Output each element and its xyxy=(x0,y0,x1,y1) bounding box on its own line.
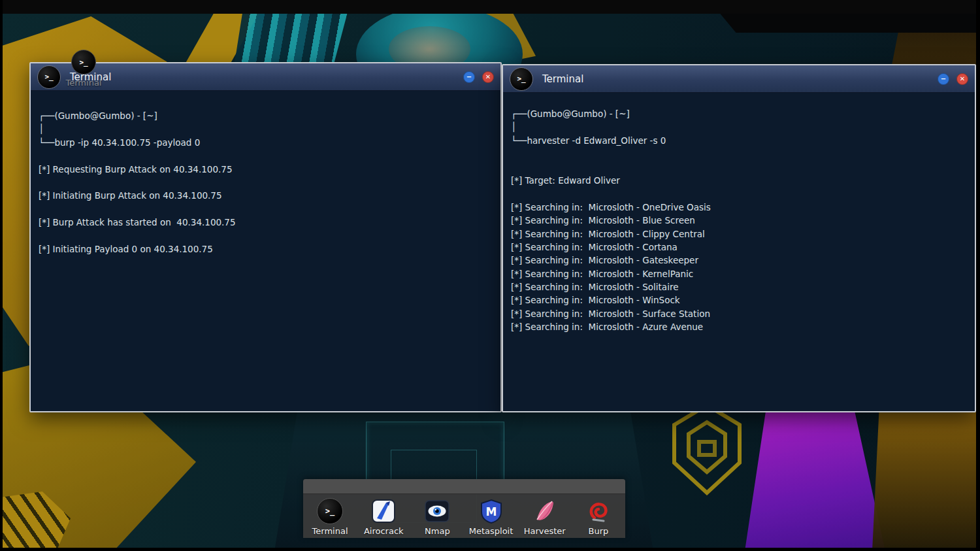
terminal-line: ┌──(Gumbo@Gumbo) - [~] xyxy=(39,109,493,122)
terminal-output[interactable]: ┌──(Gumbo@Gumbo) - [~]│└──burp -ip 40.34… xyxy=(31,91,500,429)
dock-item-label: Harvester xyxy=(524,526,566,536)
terminal-line: └──harvester -d Edward_Oliver -s 0 xyxy=(511,134,967,147)
dock-item-metasploit[interactable]: M Metasploit xyxy=(466,498,516,536)
terminal-icon: >_ xyxy=(37,65,61,89)
terminal-output[interactable]: ┌──(Gumbo@Gumbo) - [~]│└──harvester -d E… xyxy=(503,93,975,426)
terminal-icon: >_ xyxy=(317,498,343,524)
dock-item-harvester[interactable]: Harvester xyxy=(520,498,570,536)
screen-edge xyxy=(0,0,3,551)
terminal-line xyxy=(511,147,967,160)
dock-item-airocrack[interactable]: Airocrack xyxy=(359,498,408,536)
terminal-line: [*] Target: Edward Oliver xyxy=(511,174,967,187)
window-title: Terminal xyxy=(542,73,938,85)
terminal-line xyxy=(511,161,967,174)
terminal-line: [*] Searching in: Microsloth - Gateskeep… xyxy=(511,254,967,267)
metasploit-icon: M xyxy=(478,498,504,524)
terminal-line: └──burp -ip 40.34.100.75 -payload 0 xyxy=(39,136,493,149)
prompt-glyph: >_ xyxy=(325,507,335,516)
harvester-icon xyxy=(532,498,558,524)
terminal-line: │ xyxy=(39,122,493,135)
terminal-line: [*] Searching in: Microsloth - Blue Scre… xyxy=(511,214,967,227)
desktop-icon-terminal[interactable]: >_ Terminal xyxy=(60,50,107,88)
minimize-button[interactable]: − xyxy=(938,73,949,85)
minimize-button[interactable]: − xyxy=(463,71,475,83)
dock-item-label: Terminal xyxy=(312,526,348,536)
dock: >_ Terminal Airocrack xyxy=(303,479,625,538)
dock-item-nmap[interactable]: Nmap xyxy=(412,498,462,536)
terminal-line xyxy=(39,149,493,162)
dock-items: >_ Terminal Airocrack xyxy=(303,494,625,538)
dock-handle xyxy=(303,479,625,494)
terminal-line xyxy=(39,176,493,189)
terminal-line: [*] Burp Attack has started on 40.34.100… xyxy=(39,216,493,229)
screen-edge xyxy=(0,548,980,551)
close-button[interactable]: ✕ xyxy=(482,71,494,83)
terminal-line xyxy=(39,229,493,242)
nmap-icon xyxy=(424,498,450,524)
dock-item-label: Metasploit xyxy=(469,526,514,536)
dock-item-label: Airocrack xyxy=(364,526,404,536)
desktop-icon-label: Terminal xyxy=(60,78,107,88)
svg-text:M: M xyxy=(485,505,497,518)
dock-item-burp[interactable]: Burp xyxy=(574,498,623,536)
dock-item-terminal[interactable]: >_ Terminal xyxy=(305,498,355,536)
window-controls: − ✕ xyxy=(463,71,494,83)
terminal-line: [*] Searching in: Microsloth - Azure Ave… xyxy=(511,320,967,333)
terminal-window-harvester: >_ Terminal − ✕ ┌──(Gumbo@Gumbo) - [~]│└… xyxy=(502,64,976,412)
airocrack-icon xyxy=(370,498,397,524)
terminal-line xyxy=(39,203,493,216)
terminal-icon: >_ xyxy=(510,67,533,91)
terminal-line: [*] Searching in: Microsloth - WinSock xyxy=(511,293,967,307)
terminal-line: [*] Searching in: Microsloth - Clippy Ce… xyxy=(511,227,967,241)
terminal-line: [*] Requesting Burp Attack on 40.34.100.… xyxy=(39,163,493,176)
burp-icon xyxy=(585,498,612,524)
prompt-glyph: >_ xyxy=(79,58,88,67)
terminal-window-burp: >_ Terminal − ✕ ┌──(Gumbo@Gumbo) - [~]│└… xyxy=(29,62,502,412)
window-controls: − ✕ xyxy=(938,73,968,85)
screen-edge xyxy=(976,0,980,551)
terminal-icon: >_ xyxy=(71,50,96,75)
window-title: Terminal xyxy=(70,71,463,83)
terminal-line: [*] Searching in: Microsloth - KernelPan… xyxy=(511,267,967,280)
terminal-line: [*] Searching in: Microsloth - Surface S… xyxy=(511,307,967,320)
desktop: >_ Terminal Notepad >_ Terminal − ✕ ┌──(… xyxy=(0,0,980,551)
prompt-glyph: >_ xyxy=(517,75,525,83)
terminal-line: [*] Searching in: Microsloth - Cortana xyxy=(511,241,967,254)
terminal-line: │ xyxy=(511,120,967,133)
close-button[interactable]: ✕ xyxy=(956,73,968,85)
prompt-glyph: >_ xyxy=(44,73,53,81)
terminal-line: [*] Searching in: Microsloth - OneDrive … xyxy=(511,201,967,214)
terminal-line: [*] Initiating Payload 0 on 40.34.100.75 xyxy=(39,242,493,256)
terminal-line: [*] Initiating Burp Attack on 40.34.100.… xyxy=(39,189,493,202)
top-bar xyxy=(0,0,980,14)
terminal-line: ┌──(Gumbo@Gumbo) - [~] xyxy=(511,107,967,120)
dock-item-label: Burp xyxy=(588,526,608,536)
dock-item-label: Nmap xyxy=(425,526,450,536)
titlebar[interactable]: >_ Terminal − ✕ xyxy=(503,65,975,93)
terminal-line xyxy=(511,187,967,200)
terminal-line: [*] Searching in: Microsloth - Solitaire xyxy=(511,280,967,293)
